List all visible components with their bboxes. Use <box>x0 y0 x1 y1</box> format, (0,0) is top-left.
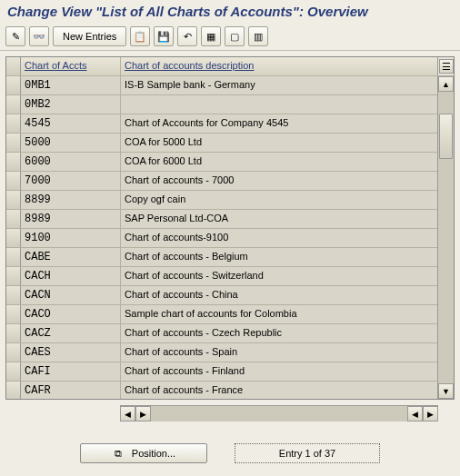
up-icon: ▲ <box>442 80 450 89</box>
vertical-scrollbar[interactable]: ▲ ▼ <box>437 76 454 399</box>
scroll-thumb[interactable] <box>439 114 453 159</box>
cell-code[interactable]: CAES <box>21 343 121 362</box>
table-row[interactable]: CAFIChart of accounts - Finland <box>6 362 437 382</box>
col-header-code[interactable]: Chart of Accts <box>21 57 121 75</box>
cell-desc[interactable]: Chart of accounts - Switzerland <box>121 267 437 285</box>
table-row[interactable]: 4545Chart of Accounts for Company 4545 <box>6 114 437 134</box>
cell-desc[interactable]: Chart of accounts - Spain <box>121 343 437 362</box>
hscroll-track[interactable] <box>151 406 407 421</box>
row-selector[interactable] <box>6 343 21 362</box>
row-selector[interactable] <box>6 172 21 190</box>
table-row[interactable]: 7000Chart of accounts - 7000 <box>6 172 437 191</box>
select-all-rows[interactable] <box>6 57 21 75</box>
cell-desc[interactable]: Chart of accounts - Finland <box>121 362 437 381</box>
row-selector[interactable] <box>6 114 21 133</box>
cell-code[interactable]: 8899 <box>21 191 121 209</box>
cell-code[interactable]: CACO <box>21 305 121 323</box>
cell-code[interactable]: CACH <box>21 267 121 285</box>
toggle-edit-button[interactable]: ✎ <box>5 26 25 46</box>
table-row[interactable]: 8989SAP Personal Ltd-COA <box>6 210 437 229</box>
cell-code[interactable]: CAFI <box>21 362 121 381</box>
scroll-track[interactable] <box>438 92 454 383</box>
new-entries-button[interactable]: New Entries <box>53 26 126 46</box>
table-row[interactable]: CAESChart of accounts - Spain <box>6 343 437 362</box>
cell-desc[interactable]: Chart of accounts - Czech Republic <box>121 324 437 342</box>
pencil-icon: ✎ <box>12 31 20 43</box>
scroll-up-button[interactable]: ▲ <box>438 76 454 92</box>
scroll-left-button[interactable]: ▶ <box>135 406 151 421</box>
table-row[interactable]: CAFRChart of accounts - France <box>6 382 437 399</box>
table-row[interactable]: CACZChart of accounts - Czech Republic <box>6 324 437 343</box>
select-all-button[interactable]: ▦ <box>201 26 221 46</box>
cell-desc[interactable]: Chart of accounts-9100 <box>121 229 437 247</box>
grid-config-button[interactable]: ☰ <box>437 57 454 75</box>
cell-code[interactable]: 5000 <box>21 134 121 152</box>
row-selector[interactable] <box>6 305 21 323</box>
cell-desc[interactable]: Chart of Accounts for Company 4545 <box>121 114 437 133</box>
cell-code[interactable]: 0MB2 <box>21 95 121 114</box>
col-header-desc[interactable]: Chart of accounts description <box>121 57 437 75</box>
entry-counter: Entry 1 of 37 <box>235 443 380 463</box>
cell-desc[interactable]: Chart of accounts - France <box>121 382 437 399</box>
row-selector[interactable] <box>6 134 21 152</box>
scroll-first-button[interactable]: ◀ <box>120 406 135 421</box>
row-selector[interactable] <box>6 76 21 94</box>
cell-desc[interactable]: SAP Personal Ltd-COA <box>121 210 437 228</box>
cell-code[interactable]: CAFR <box>21 382 121 399</box>
table-row[interactable]: CACOSample chart of accounts for Colombi… <box>6 305 437 324</box>
last-icon: ▶ <box>427 410 434 419</box>
cell-desc[interactable]: Chart of accounts - Belgium <box>121 248 437 266</box>
details-button[interactable]: 👓 <box>29 26 49 46</box>
row-selector[interactable] <box>6 229 21 247</box>
position-button[interactable]: ⧉ Position... <box>80 443 207 463</box>
table-row[interactable]: 5000COA for 5000 Ltd <box>6 134 437 153</box>
cell-code[interactable]: CACZ <box>21 324 121 342</box>
cell-desc[interactable]: Chart of accounts - China <box>121 286 437 304</box>
row-selector[interactable] <box>6 248 21 266</box>
column-config-button[interactable]: ▥ <box>248 26 268 46</box>
cell-code[interactable]: CACN <box>21 286 121 304</box>
deselect-button[interactable]: ▢ <box>225 26 245 46</box>
cell-code[interactable]: 6000 <box>21 153 121 171</box>
row-selector[interactable] <box>6 210 21 228</box>
row-selector[interactable] <box>6 382 21 399</box>
scroll-down-button[interactable]: ▼ <box>438 383 454 399</box>
row-selector[interactable] <box>6 362 21 381</box>
locate-icon: ⧉ <box>112 447 125 460</box>
delete-button[interactable]: 💾 <box>154 26 174 46</box>
cell-desc[interactable]: COA for 5000 Ltd <box>121 134 437 152</box>
cell-code[interactable]: CABE <box>21 248 121 266</box>
row-selector[interactable] <box>6 153 21 171</box>
table-row[interactable]: CACHChart of accounts - Switzerland <box>6 267 437 286</box>
cell-desc[interactable]: Copy ogf cain <box>121 191 437 209</box>
row-selector[interactable] <box>6 95 21 114</box>
table-row[interactable]: CABEChart of accounts - Belgium <box>6 248 437 267</box>
row-selector[interactable] <box>6 286 21 304</box>
cell-code[interactable]: 8989 <box>21 210 121 228</box>
cell-code[interactable]: 0MB1 <box>21 76 121 94</box>
cell-desc[interactable]: COA for 6000 Ltd <box>121 153 437 171</box>
table-row[interactable]: 0MB2 <box>6 95 437 114</box>
table-row[interactable]: 0MB1IS-B Sample bank - Germany <box>6 76 437 95</box>
cell-desc[interactable]: IS-B Sample bank - Germany <box>121 76 437 94</box>
undo-button[interactable]: ↶ <box>177 26 197 46</box>
copy-button[interactable]: 📋 <box>130 26 150 46</box>
row-selector[interactable] <box>6 324 21 342</box>
table-row[interactable]: 9100Chart of accounts-9100 <box>6 229 437 248</box>
cell-code[interactable]: 4545 <box>21 114 121 133</box>
row-selector[interactable] <box>6 191 21 209</box>
cell-code[interactable]: 9100 <box>21 229 121 247</box>
scroll-last-button[interactable]: ▶ <box>423 406 438 421</box>
cell-code[interactable]: 7000 <box>21 172 121 190</box>
cell-desc[interactable]: Chart of accounts - 7000 <box>121 172 437 190</box>
undo-icon: ↶ <box>184 31 192 43</box>
table-row[interactable]: 8899Copy ogf cain <box>6 191 437 210</box>
table-row[interactable]: 6000COA for 6000 Ltd <box>6 153 437 172</box>
scroll-right-button[interactable]: ◀ <box>407 406 423 421</box>
table-row[interactable]: CACNChart of accounts - China <box>6 286 437 305</box>
cell-desc[interactable] <box>121 95 437 114</box>
cell-desc[interactable]: Sample chart of accounts for Colombia <box>121 305 437 323</box>
config-icon: ☰ <box>439 59 454 74</box>
horizontal-scrollbar[interactable]: ◀ ▶ ◀ ▶ <box>120 405 438 421</box>
row-selector[interactable] <box>6 267 21 285</box>
